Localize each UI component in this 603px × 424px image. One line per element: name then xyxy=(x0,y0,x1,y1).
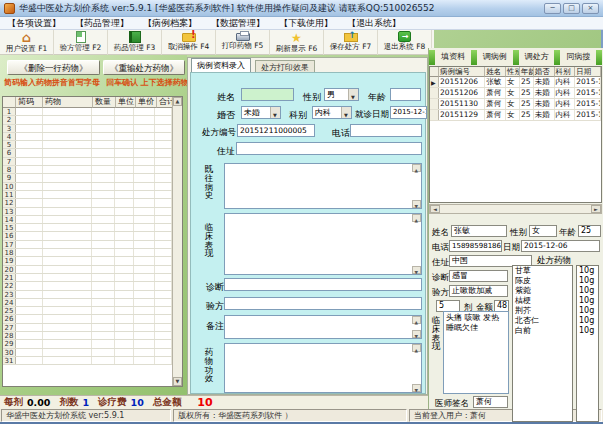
grid-cell[interactable] xyxy=(115,332,135,339)
grid-cell[interactable] xyxy=(16,158,43,165)
left-grid-body[interactable]: 1234567891011121314151617181920212223242… xyxy=(3,108,172,386)
grid-cell[interactable] xyxy=(155,357,172,364)
grid-cell[interactable] xyxy=(16,340,43,347)
grid-cell[interactable] xyxy=(92,183,115,190)
table-row[interactable]: 16 xyxy=(3,232,172,240)
menu-item[interactable]: 【数据管理】 xyxy=(204,17,272,30)
grid-cell[interactable] xyxy=(43,257,92,264)
table-row[interactable]: 20 xyxy=(3,266,172,274)
drug-amount[interactable]: 10g xyxy=(577,316,598,326)
grid-cell[interactable] xyxy=(115,232,135,239)
grid-cell[interactable] xyxy=(134,116,155,123)
grid-cell[interactable] xyxy=(92,324,115,331)
address-input[interactable] xyxy=(236,142,422,155)
grid-cell[interactable] xyxy=(134,183,155,190)
table-row[interactable]: 4 xyxy=(3,133,172,141)
marital-select[interactable]: 未婚 xyxy=(241,106,281,119)
drug-amounts-list[interactable]: 10g10g10g10g10g10g10g xyxy=(576,265,599,422)
grid-cell[interactable] xyxy=(155,108,172,115)
formula-input[interactable] xyxy=(224,297,422,310)
table-row[interactable]: 24 xyxy=(3,299,172,307)
table-row[interactable]: 15 xyxy=(3,224,172,232)
dropdown-arrow-icon[interactable] xyxy=(270,107,280,118)
delete-row-button[interactable]: 《删除一行药物》 xyxy=(7,60,100,75)
grid-cell[interactable] xyxy=(115,116,135,123)
table-row[interactable]: 6 xyxy=(3,149,172,157)
grid-cell[interactable] xyxy=(92,158,115,165)
grid-cell[interactable] xyxy=(43,199,92,206)
grid-cell[interactable] xyxy=(92,224,115,231)
table-row[interactable]: 23 xyxy=(3,291,172,299)
detail-age-input[interactable]: 25 xyxy=(578,225,601,237)
grid-cell[interactable] xyxy=(115,191,135,198)
grid-cell[interactable] xyxy=(134,125,155,132)
grid-cell[interactable] xyxy=(16,357,43,364)
grid-cell[interactable] xyxy=(115,166,135,173)
grid-cell[interactable] xyxy=(16,141,43,148)
drug-name[interactable]: 北杏仁 xyxy=(513,316,572,326)
grid-cell[interactable] xyxy=(43,332,92,339)
menu-item[interactable]: 【下载使用】 xyxy=(272,17,340,30)
grid-cell[interactable] xyxy=(92,249,115,256)
grid-cell[interactable] xyxy=(155,282,172,289)
drug-name[interactable]: 荆芥 xyxy=(513,306,572,316)
grid-cell[interactable] xyxy=(134,241,155,248)
grid-cell[interactable] xyxy=(115,224,135,231)
grid-cell[interactable] xyxy=(16,125,43,132)
scroll-down-icon[interactable] xyxy=(173,377,182,386)
table-row[interactable]: 2 xyxy=(3,116,172,124)
grid-cell[interactable] xyxy=(92,108,115,115)
grid-cell[interactable] xyxy=(92,315,115,322)
drug-name[interactable]: 桔梗 xyxy=(513,296,572,306)
dropdown-arrow-icon[interactable] xyxy=(341,107,351,118)
detail-date-input[interactable]: 2015-12-06 xyxy=(521,240,600,252)
grid-cell[interactable] xyxy=(155,332,172,339)
grid-cell[interactable] xyxy=(43,191,92,198)
scroll-down-icon[interactable] xyxy=(412,200,421,208)
grid-cell[interactable] xyxy=(155,191,172,198)
table-row[interactable]: 1 xyxy=(3,108,172,116)
detail-clinical-textarea[interactable]: 头痛 咳嗽 发热 睡眠欠佳 xyxy=(443,311,509,394)
tab-print-preview[interactable]: 处方打印效果 xyxy=(255,60,315,72)
menu-item[interactable]: 【各项设置】 xyxy=(0,17,68,30)
grid-cell[interactable] xyxy=(155,208,172,215)
grid-cell[interactable] xyxy=(115,149,135,156)
dropdown-arrow-icon[interactable] xyxy=(348,89,358,100)
grid-cell[interactable] xyxy=(92,257,115,264)
grid-cell[interactable] xyxy=(43,216,92,223)
grid-cell[interactable] xyxy=(155,125,172,132)
grid-cell[interactable] xyxy=(134,307,155,314)
records-tab[interactable]: 填资料 xyxy=(435,50,471,65)
grid-cell[interactable] xyxy=(134,249,155,256)
grid-cell[interactable] xyxy=(43,232,92,239)
grid-cell[interactable] xyxy=(16,224,43,231)
grid-cell[interactable] xyxy=(134,257,155,264)
drug-amount[interactable]: 10g xyxy=(577,276,598,286)
grid-cell[interactable] xyxy=(16,232,43,239)
grid-cell[interactable] xyxy=(134,141,155,148)
grid-cell[interactable] xyxy=(16,241,43,248)
grid-cell[interactable] xyxy=(134,282,155,289)
scroll-up-icon[interactable] xyxy=(173,97,182,106)
grid-cell[interactable] xyxy=(92,332,115,339)
grid-cell[interactable] xyxy=(16,116,43,123)
grid-cell[interactable] xyxy=(16,199,43,206)
grid-cell[interactable] xyxy=(155,257,172,264)
menu-item[interactable]: 【药品管理】 xyxy=(68,17,136,30)
grid-cell[interactable] xyxy=(43,166,92,173)
grid-cell[interactable] xyxy=(115,357,135,364)
detail-diagnosis-input[interactable]: 感冒 xyxy=(449,270,508,282)
table-row[interactable]: 9 xyxy=(3,174,172,182)
table-row[interactable]: 10 xyxy=(3,183,172,191)
reinput-prescription-button[interactable]: 《重输处方药物》 xyxy=(103,60,185,75)
grid-cell[interactable] xyxy=(134,108,155,115)
grid-cell[interactable] xyxy=(155,266,172,273)
grid-cell[interactable] xyxy=(155,274,172,281)
grid-cell[interactable] xyxy=(155,133,172,140)
grid-cell[interactable] xyxy=(16,257,43,264)
grid-cell[interactable] xyxy=(134,166,155,173)
scroll-up-icon[interactable] xyxy=(412,214,421,222)
drug-amount[interactable]: 10g xyxy=(577,306,598,316)
grid-cell[interactable] xyxy=(115,174,135,181)
grid-cell[interactable] xyxy=(155,183,172,190)
